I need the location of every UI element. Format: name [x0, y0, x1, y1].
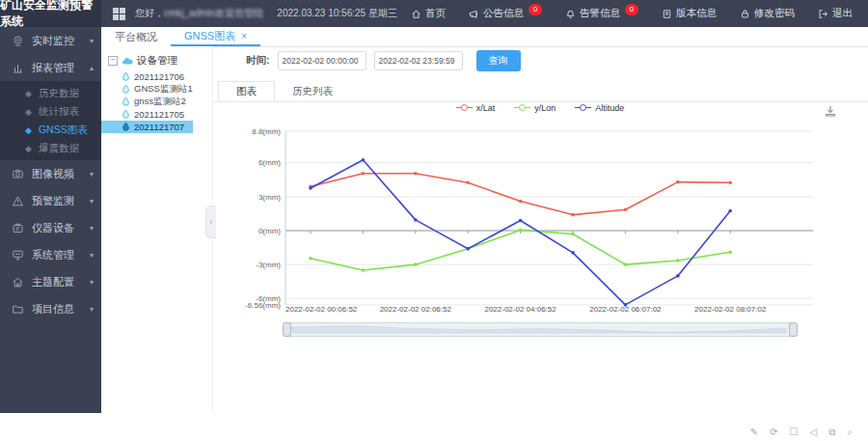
sidebar-subitem-blast-data[interactable]: ◆ 爆震数据: [0, 139, 101, 157]
chevron-down-icon: ▾: [90, 37, 94, 45]
droplet-icon: [122, 109, 130, 120]
legend-item-ylon[interactable]: y/Lon: [514, 103, 556, 113]
camera-icon: [12, 168, 24, 180]
legend-marker: [456, 104, 473, 112]
chevron-down-icon: ▾: [90, 197, 94, 206]
chevron-down-icon: ▾: [90, 251, 94, 260]
data-zoom-shadow: [286, 323, 792, 334]
tree-node[interactable]: 2021121706: [101, 70, 212, 83]
droplet-icon: [122, 71, 130, 82]
download-chart-button[interactable]: [824, 104, 837, 118]
zoom-handle-left[interactable]: [283, 322, 291, 337]
nav-change-password[interactable]: 修改密码: [740, 7, 795, 20]
svg-text:2022-02-02 08:07:02: 2022-02-02 08:07:02: [694, 305, 767, 314]
svg-text:2022-02-02 04:06:52: 2022-02-02 04:06:52: [484, 305, 556, 314]
chevron-down-icon: ▾: [90, 278, 94, 287]
username: cmkj_admin欢迎您登陆: [164, 8, 263, 18]
sidebar-item-realtime-monitor[interactable]: 实时监控 ▾: [0, 27, 101, 54]
svg-text:2022-02-02 00:06:52: 2022-02-02 00:06:52: [285, 305, 358, 314]
datetime-text: 2022.03.23 10:56:25 星期三: [277, 7, 397, 20]
nav-home[interactable]: 首页: [411, 7, 446, 20]
sidebar-item-warning-monitor[interactable]: 预警监测 ▾: [0, 187, 101, 214]
svg-text:2022-02-02 02:06:52: 2022-02-02 02:06:52: [380, 305, 452, 314]
cloud-icon: [122, 56, 133, 66]
tab-platform-overview[interactable]: 平台概况: [101, 27, 171, 46]
nav-logout[interactable]: 退出: [818, 7, 853, 20]
tab-gnss-chart[interactable]: GNSS图表 ×: [171, 27, 260, 46]
copy-icon[interactable]: ⧉: [828, 427, 835, 438]
query-button[interactable]: 查询: [476, 50, 521, 71]
instrument-icon: [12, 222, 24, 234]
search-icon[interactable]: ⌕: [847, 427, 853, 438]
greeting-text: 您好，cmkj_admin欢迎您登陆: [135, 7, 263, 20]
tab-history-list[interactable]: 历史列表: [275, 81, 350, 101]
gnss-line-chart[interactable]: 8.8(mm)6(mm)3(mm)0(mm)-3(mm)-6(mm)-6.56(…: [227, 118, 854, 318]
end-time-input[interactable]: [374, 51, 463, 70]
refresh-icon[interactable]: ⟳: [770, 427, 777, 438]
download-icon: [824, 104, 837, 118]
sidebar-item-theme-config[interactable]: 主题配置 ▾: [0, 268, 101, 295]
app-title: 矿山安全监测预警系统: [0, 0, 101, 27]
apps-grid-icon[interactable]: [113, 8, 125, 20]
cube-icon: ◆: [25, 89, 32, 98]
chevron-up-icon: ▴: [90, 64, 94, 72]
legend-item-xlat[interactable]: x/Lat: [456, 103, 496, 113]
sound-icon[interactable]: ◁: [810, 427, 818, 438]
folder-icon: [12, 303, 24, 316]
house-icon: [12, 276, 24, 289]
display-icon: [12, 249, 24, 262]
device-tree-panel: − 设备管理 2021121706 GNSS监测站1 gnss监测站2 2021…: [101, 46, 213, 413]
start-time-input[interactable]: [278, 51, 366, 70]
bar-chart-icon: [12, 62, 24, 74]
sidebar-item-image-video[interactable]: 图像视频 ▾: [0, 160, 101, 187]
zoom-handle-right[interactable]: [789, 322, 798, 337]
svg-text:-3(mm): -3(mm): [256, 261, 281, 269]
data-zoom-slider[interactable]: [285, 322, 795, 337]
svg-text:-6.56(mm): -6.56(mm): [245, 301, 281, 310]
legend-item-altitude[interactable]: Altitude: [575, 103, 624, 113]
droplet-icon: [122, 122, 130, 132]
chevron-down-icon: ▾: [90, 170, 94, 179]
legend-marker: [514, 104, 530, 112]
time-label: 时间:: [246, 54, 270, 68]
svg-text:3(mm): 3(mm): [258, 193, 281, 202]
nav-announcements[interactable]: 公告信息 0: [469, 7, 542, 20]
warning-triangle-icon: [12, 195, 24, 207]
alarms-badge: 0: [625, 4, 638, 15]
tab-chart-view[interactable]: 图表: [218, 81, 275, 101]
cube-icon: ◆: [25, 125, 32, 135]
collapse-minus-icon[interactable]: −: [108, 56, 118, 66]
nav-version[interactable]: 版本信息: [662, 7, 717, 20]
sidebar-item-instruments[interactable]: 仪器设备 ▾: [0, 214, 101, 241]
nav-alarms[interactable]: 告警信息 0: [565, 7, 638, 20]
top-bar: 矿山安全监测预警系统 您好，cmkj_admin欢迎您登陆 2022.03.23…: [0, 0, 868, 27]
bell-icon: [565, 9, 576, 19]
tree-node-selected[interactable]: 2021121707: [101, 121, 193, 133]
tree-root[interactable]: − 设备管理: [101, 46, 212, 70]
legend-marker: [575, 104, 591, 112]
sidebar: 实时监控 ▾ 报表管理 ▴ ◆ 历史数据 ◆ 统计报表 ◆ GNSS图表 ◆ 爆…: [0, 27, 101, 413]
edit-icon[interactable]: ✎: [750, 427, 758, 438]
sidebar-subitem-history-data[interactable]: ◆ 历史数据: [0, 84, 101, 102]
sidebar-item-project-info[interactable]: 项目信息 ▾: [0, 295, 101, 322]
megaphone-icon: [469, 9, 479, 19]
sidebar-item-report-management[interactable]: 报表管理 ▴: [0, 54, 101, 81]
box-icon[interactable]: ☐: [790, 427, 799, 438]
webcam-icon: [12, 35, 24, 47]
footer-toolbar: ✎ ⟳ ☐ ◁ ⧉ ⌕: [750, 427, 853, 438]
sidebar-subitem-gnss-chart[interactable]: ◆ GNSS图表: [0, 121, 101, 139]
sidebar-item-system-management[interactable]: 系统管理 ▾: [0, 241, 101, 268]
tree-node[interactable]: 2021121705: [101, 108, 212, 121]
tree-node[interactable]: GNSS监测站1: [101, 83, 212, 96]
chevron-down-icon: ▾: [90, 224, 94, 233]
tree-collapse-handle[interactable]: ‹: [205, 206, 216, 238]
sidebar-subitem-statistic-report[interactable]: ◆ 统计报表: [0, 102, 101, 121]
document-icon: [662, 9, 672, 19]
chevron-down-icon: ▾: [90, 305, 94, 314]
query-row: 时间: 查询: [212, 48, 868, 73]
close-icon[interactable]: ×: [241, 31, 247, 41]
svg-text:0(mm): 0(mm): [258, 227, 281, 235]
announcements-badge: 0: [529, 4, 542, 15]
view-tabs: 图表 历史列表: [212, 81, 868, 102]
tree-node[interactable]: gnss监测站2: [101, 96, 212, 108]
